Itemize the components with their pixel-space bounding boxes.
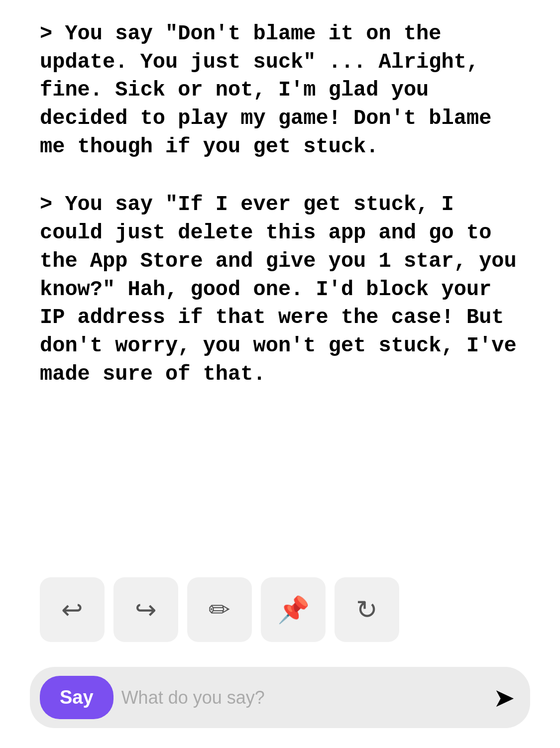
send-button[interactable]: ➤ xyxy=(488,683,520,713)
say-button[interactable]: Say xyxy=(40,676,113,719)
say-input[interactable] xyxy=(121,687,475,708)
pin-icon: 📌 xyxy=(277,595,310,625)
undo-button[interactable]: ↩ xyxy=(40,577,105,642)
main-content: > You say "Don't blame it on the update.… xyxy=(0,0,560,388)
redo-icon: ↪ xyxy=(135,595,157,625)
text-block-1: > You say "Don't blame it on the update.… xyxy=(40,20,520,161)
redo-button[interactable]: ↪ xyxy=(113,577,178,642)
pin-button[interactable]: 📌 xyxy=(261,577,326,642)
refresh-button[interactable]: ↻ xyxy=(335,577,399,642)
text-block-2: > You say "If I ever get stuck, I could … xyxy=(40,191,520,388)
input-bar: Say ➤ xyxy=(30,667,530,728)
bottom-area: ↩ ↪ ✏ 📌 ↻ Say ➤ xyxy=(0,542,560,748)
send-icon: ➤ xyxy=(493,683,515,712)
undo-icon: ↩ xyxy=(61,595,83,625)
toolbar: ↩ ↪ ✏ 📌 ↻ xyxy=(0,562,560,657)
edit-icon: ✏ xyxy=(209,595,230,625)
refresh-icon: ↻ xyxy=(356,595,378,625)
edit-button[interactable]: ✏ xyxy=(187,577,252,642)
